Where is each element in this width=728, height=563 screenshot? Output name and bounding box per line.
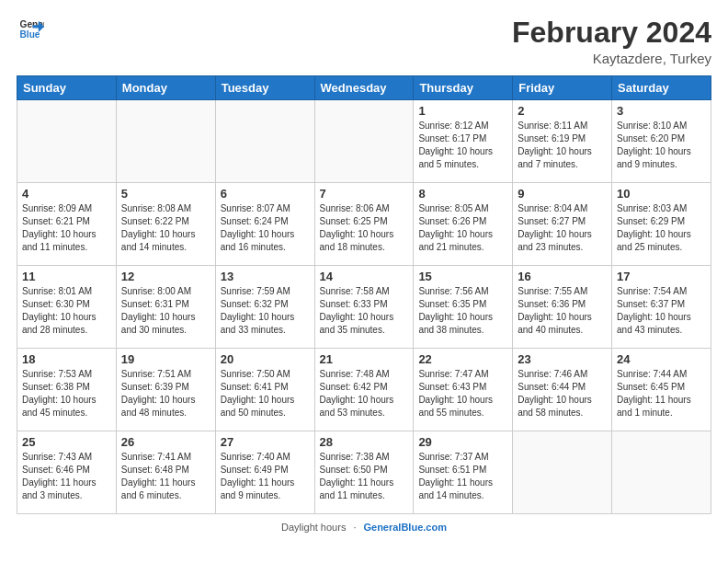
- day-cell-17: 17Sunrise: 7:54 AMSunset: 6:37 PMDayligh…: [612, 266, 711, 349]
- day-info: Sunrise: 7:41 AMSunset: 6:48 PMDaylight:…: [121, 451, 210, 502]
- svg-text:Blue: Blue: [20, 29, 40, 40]
- day-cell-3: 3Sunrise: 8:10 AMSunset: 6:20 PMDaylight…: [612, 100, 711, 183]
- empty-cell: [17, 100, 117, 183]
- day-number: 1: [418, 104, 507, 118]
- day-number: 13: [221, 270, 310, 283]
- day-number: 8: [418, 187, 507, 201]
- day-info: Sunrise: 8:09 AMSunset: 6:21 PMDaylight:…: [22, 202, 111, 254]
- day-cell-4: 4Sunrise: 8:09 AMSunset: 6:21 PMDaylight…: [17, 183, 117, 266]
- day-number: 15: [418, 270, 507, 283]
- day-header-tuesday: Tuesday: [215, 76, 314, 100]
- day-info: Sunrise: 8:06 AMSunset: 6:25 PMDaylight:…: [320, 202, 409, 254]
- week-row-2: 4Sunrise: 8:09 AMSunset: 6:21 PMDaylight…: [17, 183, 711, 266]
- page: General Blue February 2024 Kaytazdere, T…: [0, 0, 728, 563]
- day-number: 12: [121, 270, 210, 283]
- day-info: Sunrise: 7:47 AMSunset: 6:43 PMDaylight:…: [418, 368, 507, 419]
- title-location: Kaytazdere, Turkey: [512, 51, 711, 66]
- day-number: 11: [22, 270, 111, 283]
- day-number: 23: [518, 352, 607, 366]
- header: General Blue February 2024 Kaytazdere, T…: [17, 17, 711, 66]
- day-info: Sunrise: 7:50 AMSunset: 6:41 PMDaylight:…: [221, 368, 310, 419]
- day-info: Sunrise: 7:53 AMSunset: 6:38 PMDaylight:…: [22, 368, 111, 419]
- week-row-1: 1Sunrise: 8:12 AMSunset: 6:17 PMDaylight…: [17, 100, 711, 183]
- day-info: Sunrise: 8:10 AMSunset: 6:20 PMDaylight:…: [617, 120, 706, 171]
- day-cell-23: 23Sunrise: 7:46 AMSunset: 6:44 PMDayligh…: [513, 349, 612, 431]
- day-info: Sunrise: 8:00 AMSunset: 6:31 PMDaylight:…: [121, 285, 210, 337]
- day-info: Sunrise: 8:04 AMSunset: 6:27 PMDaylight:…: [518, 202, 607, 254]
- logo: General Blue: [17, 17, 44, 42]
- title-month: February 2024: [512, 17, 711, 49]
- day-info: Sunrise: 7:59 AMSunset: 6:32 PMDaylight:…: [221, 285, 310, 337]
- day-info: Sunrise: 7:55 AMSunset: 6:36 PMDaylight:…: [518, 285, 607, 337]
- day-cell-2: 2Sunrise: 8:11 AMSunset: 6:19 PMDaylight…: [513, 100, 612, 183]
- day-number: 27: [221, 435, 310, 449]
- empty-cell: [116, 100, 215, 183]
- day-number: 20: [221, 352, 310, 366]
- day-cell-13: 13Sunrise: 7:59 AMSunset: 6:32 PMDayligh…: [215, 266, 314, 349]
- day-header-friday: Friday: [513, 76, 612, 100]
- day-cell-1: 1Sunrise: 8:12 AMSunset: 6:17 PMDaylight…: [414, 100, 513, 183]
- day-number: 7: [320, 187, 409, 201]
- day-number: 29: [418, 435, 507, 449]
- day-number: 14: [320, 270, 409, 283]
- day-number: 10: [617, 187, 706, 201]
- day-info: Sunrise: 8:05 AMSunset: 6:26 PMDaylight:…: [418, 202, 507, 254]
- empty-cell: [513, 431, 612, 514]
- day-number: 3: [617, 104, 706, 118]
- day-number: 9: [518, 187, 607, 201]
- footer: Daylight hours · GeneralBlue.com: [17, 522, 711, 533]
- day-info: Sunrise: 7:56 AMSunset: 6:35 PMDaylight:…: [418, 285, 507, 337]
- day-cell-8: 8Sunrise: 8:05 AMSunset: 6:26 PMDaylight…: [414, 183, 513, 266]
- day-cell-5: 5Sunrise: 8:08 AMSunset: 6:22 PMDaylight…: [116, 183, 215, 266]
- day-number: 4: [22, 187, 111, 201]
- day-cell-18: 18Sunrise: 7:53 AMSunset: 6:38 PMDayligh…: [17, 349, 117, 431]
- day-header-saturday: Saturday: [612, 76, 711, 100]
- day-info: Sunrise: 7:46 AMSunset: 6:44 PMDaylight:…: [518, 368, 607, 419]
- day-cell-16: 16Sunrise: 7:55 AMSunset: 6:36 PMDayligh…: [513, 266, 612, 349]
- day-info: Sunrise: 7:43 AMSunset: 6:46 PMDaylight:…: [22, 451, 111, 502]
- day-info: Sunrise: 8:12 AMSunset: 6:17 PMDaylight:…: [418, 120, 507, 171]
- day-number: 24: [617, 352, 706, 366]
- empty-cell: [215, 100, 314, 183]
- day-info: Sunrise: 8:03 AMSunset: 6:29 PMDaylight:…: [617, 202, 706, 254]
- days-header-row: SundayMondayTuesdayWednesdayThursdayFrid…: [17, 76, 711, 100]
- day-info: Sunrise: 8:01 AMSunset: 6:30 PMDaylight:…: [22, 285, 111, 337]
- daylight-label: Daylight hours: [281, 522, 346, 533]
- day-number: 21: [320, 352, 409, 366]
- day-cell-21: 21Sunrise: 7:48 AMSunset: 6:42 PMDayligh…: [314, 349, 414, 431]
- day-number: 19: [121, 352, 210, 366]
- day-info: Sunrise: 7:51 AMSunset: 6:39 PMDaylight:…: [121, 368, 210, 419]
- day-header-sunday: Sunday: [17, 76, 117, 100]
- day-info: Sunrise: 7:37 AMSunset: 6:51 PMDaylight:…: [418, 451, 507, 502]
- day-number: 17: [617, 270, 706, 283]
- day-cell-9: 9Sunrise: 8:04 AMSunset: 6:27 PMDaylight…: [513, 183, 612, 266]
- day-number: 25: [22, 435, 111, 449]
- day-cell-12: 12Sunrise: 8:00 AMSunset: 6:31 PMDayligh…: [116, 266, 215, 349]
- day-number: 18: [22, 352, 111, 366]
- day-number: 16: [518, 270, 607, 283]
- day-cell-28: 28Sunrise: 7:38 AMSunset: 6:50 PMDayligh…: [314, 431, 414, 514]
- day-info: Sunrise: 7:48 AMSunset: 6:42 PMDaylight:…: [320, 368, 409, 419]
- day-info: Sunrise: 7:44 AMSunset: 6:45 PMDaylight:…: [617, 368, 706, 419]
- day-number: 2: [518, 104, 607, 118]
- empty-cell: [314, 100, 414, 183]
- day-number: 22: [418, 352, 507, 366]
- footer-separator: ·: [353, 522, 356, 533]
- day-info: Sunrise: 7:54 AMSunset: 6:37 PMDaylight:…: [617, 285, 706, 337]
- footer-source: GeneralBlue.com: [363, 522, 446, 533]
- day-header-thursday: Thursday: [414, 76, 513, 100]
- day-cell-6: 6Sunrise: 8:07 AMSunset: 6:24 PMDaylight…: [215, 183, 314, 266]
- day-cell-19: 19Sunrise: 7:51 AMSunset: 6:39 PMDayligh…: [116, 349, 215, 431]
- day-number: 26: [121, 435, 210, 449]
- day-header-monday: Monday: [116, 76, 215, 100]
- day-info: Sunrise: 8:11 AMSunset: 6:19 PMDaylight:…: [518, 120, 607, 171]
- day-cell-11: 11Sunrise: 8:01 AMSunset: 6:30 PMDayligh…: [17, 266, 117, 349]
- day-cell-14: 14Sunrise: 7:58 AMSunset: 6:33 PMDayligh…: [314, 266, 414, 349]
- day-info: Sunrise: 8:07 AMSunset: 6:24 PMDaylight:…: [221, 202, 310, 254]
- day-cell-20: 20Sunrise: 7:50 AMSunset: 6:41 PMDayligh…: [215, 349, 314, 431]
- week-row-5: 25Sunrise: 7:43 AMSunset: 6:46 PMDayligh…: [17, 431, 711, 514]
- day-number: 5: [121, 187, 210, 201]
- logo-icon: General Blue: [18, 17, 44, 42]
- day-cell-26: 26Sunrise: 7:41 AMSunset: 6:48 PMDayligh…: [116, 431, 215, 514]
- empty-cell: [612, 431, 711, 514]
